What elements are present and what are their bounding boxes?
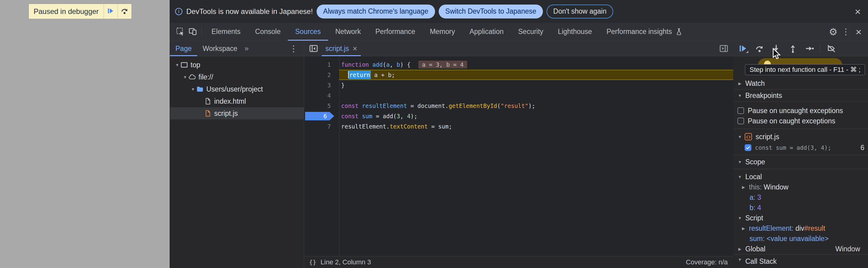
cloud-icon [188, 73, 196, 81]
deactivate-breakpoints-button[interactable] [823, 42, 839, 55]
tab-performance-insights[interactable]: Performance insights [599, 23, 690, 41]
code-text: resultElement.textContent = sum; [339, 121, 733, 131]
line-number[interactable]: 5 [304, 101, 339, 111]
navigator-menu-button[interactable]: ⋮ [283, 41, 304, 56]
code-line-1[interactable]: 1function add(a, b) {a = 3, b = 4 [304, 59, 733, 70]
step-over-button[interactable] [751, 42, 768, 55]
paused-in-debugger-banner: Paused in debugger [29, 4, 131, 19]
tree-item-top[interactable]: ▼top [170, 59, 304, 71]
scope-property[interactable]: sum: <value unavailable> [733, 233, 868, 244]
tab-label: Sources [295, 28, 320, 36]
line-number[interactable]: 6 [304, 111, 339, 121]
scope-property[interactable]: ▶this: Window [733, 182, 868, 192]
section-watch[interactable]: ▶ Watch [733, 78, 868, 90]
tab-memory[interactable]: Memory [423, 23, 462, 41]
more-options-button[interactable]: ⋮ [839, 26, 852, 38]
tab-performance[interactable]: Performance [368, 23, 423, 41]
screen: Paused in debugger i DevTools is now ava… [0, 0, 868, 268]
tree-item-users-user-project[interactable]: ▼Users/user/project [170, 83, 304, 95]
code-line-7[interactable]: 7resultElement.textContent = sum; [304, 121, 733, 131]
step-over-banner-button[interactable] [118, 4, 131, 19]
scope-section-global[interactable]: ▶GlobalWindow [733, 244, 868, 255]
settings-button[interactable]: ⚙ [827, 26, 839, 38]
tab-label: Memory [430, 28, 455, 36]
chevron-right-icon: ▶ [737, 81, 742, 86]
switch-to-japanese-button[interactable]: Switch DevTools to Japanese [439, 4, 543, 19]
code-line-3[interactable]: 3} [304, 80, 733, 90]
pause-on-uncaught-row[interactable]: Pause on uncaught exceptions [733, 106, 868, 116]
tab-elements[interactable]: Elements [204, 23, 248, 41]
tree-item-file[interactable]: ▼file:// [170, 71, 304, 83]
pretty-print-icon[interactable]: {} [309, 259, 316, 266]
line-number[interactable]: 2 [304, 70, 339, 80]
collapse-navigator-button[interactable] [308, 42, 319, 55]
line-number[interactable]: 4 [304, 90, 339, 101]
editor-tab-scriptjs[interactable]: script.js × [322, 41, 361, 56]
code-line-5[interactable]: 5const resultElement = document.getEleme… [304, 101, 733, 111]
scope-section-local[interactable]: ▼Local [733, 172, 868, 182]
scope-token: : [753, 193, 757, 202]
breakpoint-file-row[interactable]: ▼ ‹› script.js [733, 131, 868, 142]
code-line-4[interactable]: 4 [304, 90, 733, 101]
breakpoint-marker[interactable]: 6 [305, 112, 334, 120]
tab-lighthouse[interactable]: Lighthouse [551, 23, 599, 41]
step-button[interactable] [801, 42, 818, 55]
section-scope[interactable]: ▼ Scope [733, 155, 868, 169]
cursor-position-label: Line 2, Column 3 [320, 258, 371, 266]
toolbar-divider [820, 44, 820, 53]
scope-property[interactable]: a: 3 [733, 192, 868, 203]
tree-item-index-html[interactable]: index.html [170, 95, 304, 107]
tab-close-icon[interactable]: × [353, 44, 357, 53]
chevron-down-icon: ▼ [737, 160, 742, 164]
step-out-button[interactable] [784, 42, 801, 55]
tab-workspace[interactable]: Workspace [197, 41, 243, 56]
scope-token: resultElement [749, 224, 792, 233]
code-line-6[interactable]: 6const sum = add(3, 4); [304, 111, 733, 121]
devtools-close-button[interactable]: × [852, 26, 865, 38]
chevron-right-icon: ▶ [741, 185, 746, 189]
section-call-stack[interactable]: ▼ Call Stack [733, 255, 868, 268]
line-number[interactable]: 7 [304, 121, 339, 131]
dont-show-again-button[interactable]: Don't show again [547, 4, 613, 19]
tab-network[interactable]: Network [328, 23, 368, 41]
tab-application[interactable]: Application [462, 23, 511, 41]
scope-section-value: Window [835, 245, 864, 253]
breakpoint-line-number: 6 [861, 144, 868, 152]
chevron-down-icon[interactable]: ▼ [174, 63, 180, 67]
tab-sources[interactable]: Sources [288, 23, 328, 41]
scope-property[interactable]: ▶resultElement: div#result [733, 223, 868, 233]
checkbox-unchecked-icon[interactable] [737, 107, 744, 114]
pause-on-caught-row[interactable]: Pause on caught exceptions [733, 116, 868, 126]
device-toolbar-button[interactable] [186, 26, 199, 38]
code-editor[interactable]: 1function add(a, b) {a = 3, b = 42 retur… [304, 56, 733, 256]
inspect-element-button[interactable] [174, 26, 186, 38]
tab-page[interactable]: Page [170, 41, 197, 56]
code-token: textContent [390, 123, 428, 130]
always-match-language-button[interactable]: Always match Chrome's language [317, 4, 435, 19]
mouse-cursor [772, 48, 781, 61]
resume-button[interactable] [734, 42, 751, 55]
toggle-debugger-sidebar-button[interactable] [719, 42, 729, 55]
infobar-close-icon[interactable]: × [855, 6, 861, 17]
chevron-right-icon: ▶ [737, 247, 742, 251]
checkbox-checked-icon[interactable] [745, 144, 751, 151]
file-tree: ▼top▼file://▼Users/user/projectindex.htm… [170, 56, 304, 119]
tree-item-script-js[interactable]: script.js [170, 107, 304, 119]
resume-script-button[interactable] [104, 4, 118, 19]
tab-console[interactable]: Console [248, 23, 288, 41]
code-token: return [349, 71, 371, 79]
tab-security[interactable]: Security [511, 23, 551, 41]
line-number[interactable]: 3 [304, 80, 339, 90]
line-number[interactable]: 1 [304, 59, 339, 70]
chevron-down-icon[interactable]: ▼ [190, 87, 196, 92]
code-line-2[interactable]: 2 return a + b; [304, 70, 733, 80]
chevron-down-icon[interactable]: ▼ [182, 75, 188, 80]
scope-section-label: Global [745, 245, 765, 253]
more-tabs-chevron[interactable]: » [243, 41, 250, 56]
scope-property[interactable]: b: 4 [733, 203, 868, 213]
breakpoint-entry-row[interactable]: const sum = add(3, 4); 6 [733, 142, 868, 153]
code-token: , [400, 113, 407, 119]
section-breakpoints[interactable]: ▼ Breakpoints [733, 90, 868, 102]
checkbox-unchecked-icon[interactable] [737, 118, 744, 124]
scope-section-script[interactable]: ▼Script [733, 213, 868, 223]
